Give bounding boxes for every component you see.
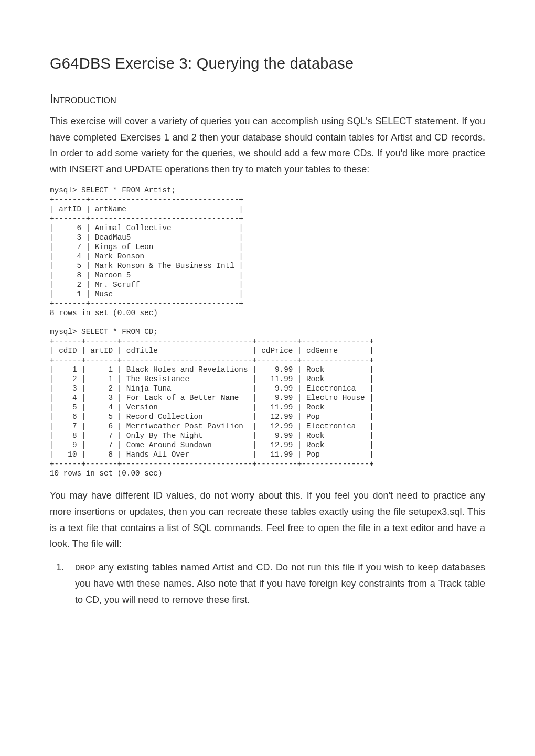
list-item-number: 1. — [56, 559, 64, 576]
list-item-text: any existing tables named Artist and CD.… — [75, 562, 485, 605]
title-text: G64DBS Exercise 3: Querying the database — [50, 55, 354, 72]
terminal-output: mysql> SELECT * FROM Artist; +-------+--… — [50, 186, 485, 478]
inline-code-drop: DROP — [75, 564, 95, 573]
list-item: 1. DROP any existing tables named Artist… — [68, 559, 485, 608]
intro-paragraph: This exercise will cover a variety of qu… — [50, 113, 485, 177]
page-title: G64DBS Exercise 3: Querying the database — [50, 52, 485, 75]
section-heading-introduction: Introduction — [50, 90, 485, 109]
numbered-list: 1. DROP any existing tables named Artist… — [50, 559, 485, 608]
after-terminal-paragraph: You may have different ID values, do not… — [50, 488, 485, 552]
